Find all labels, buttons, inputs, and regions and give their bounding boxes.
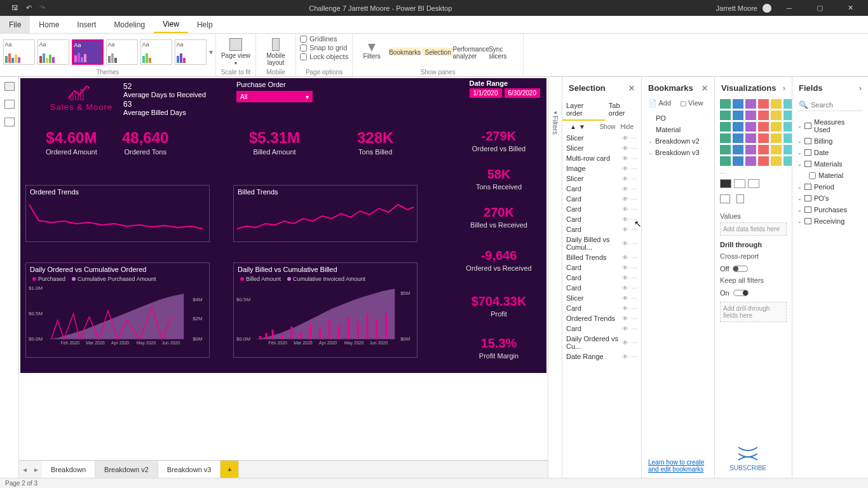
viz-type-icon[interactable]	[745, 133, 756, 143]
snap-checkbox[interactable]: Snap to grid	[300, 44, 347, 51]
selection-item[interactable]: Card👁⋯	[562, 184, 641, 194]
field-table[interactable]: ⌄Purchases	[792, 204, 868, 215]
tab-insert[interactable]: Insert	[68, 16, 105, 33]
themes-dropdown[interactable]: ▾	[209, 48, 213, 57]
chevron-right-icon[interactable]: ›	[783, 84, 785, 93]
fields-tab-icon[interactable]	[720, 179, 731, 188]
viz-type-icon[interactable]	[758, 145, 769, 154]
selection-pane-button[interactable]: Selection	[423, 48, 453, 56]
selection-item[interactable]: Card👁⋯	[562, 224, 641, 234]
viz-type-icon[interactable]	[771, 156, 782, 166]
page-tab-2[interactable]: Breakdown v3	[158, 461, 221, 478]
selection-item[interactable]: Slicer👁⋯	[562, 143, 641, 153]
chevron-right-icon[interactable]: ›	[859, 84, 862, 93]
page-view-button[interactable]: Page view▾	[220, 38, 252, 66]
selection-item[interactable]: Slicer👁⋯	[562, 293, 641, 303]
report-canvas[interactable]: Sales & Moore 52 Average Days to Receive…	[20, 78, 546, 373]
field-table[interactable]: ⌄Materials	[792, 158, 868, 170]
viz-type-icon[interactable]	[758, 122, 769, 132]
model-view-icon[interactable]	[4, 118, 15, 126]
viz-type-icon[interactable]	[745, 122, 756, 132]
themes-gallery[interactable]: Aa Aa Aa Aa Aa Aa ▾	[3, 35, 213, 69]
field-column[interactable]: Material	[792, 170, 868, 181]
format-tab-icon[interactable]	[734, 179, 745, 188]
selection-item[interactable]: Slicer👁⋯	[562, 173, 641, 184]
save-icon[interactable]: 🖫	[11, 4, 18, 12]
next-page[interactable]: ▸	[31, 465, 42, 474]
lock-checkbox[interactable]: Lock objects	[300, 53, 348, 60]
billed-trends-chart[interactable]: Billed Trends	[233, 185, 417, 242]
move-down-icon[interactable]: ▼	[579, 123, 585, 130]
field-table[interactable]: ⌄Billing	[792, 135, 868, 147]
report-view-icon[interactable]	[4, 82, 15, 91]
field-table[interactable]: ⌄Period	[792, 181, 868, 193]
data-view-icon[interactable]	[4, 100, 15, 109]
view-bookmark-button[interactable]: ▢ View	[680, 99, 703, 107]
format-icon[interactable]	[736, 194, 744, 203]
viz-type-icon[interactable]	[758, 156, 769, 166]
date-range-slicer[interactable]: Date Range 1/1/2020 6/30/2020	[470, 79, 540, 98]
keep-filters-toggle[interactable]	[733, 290, 749, 296]
viz-type-icon[interactable]	[771, 99, 782, 109]
close-button[interactable]: ✕	[837, 4, 863, 12]
viz-type-icon[interactable]	[733, 145, 743, 154]
page-tab-0[interactable]: Breakdown	[42, 461, 95, 478]
viz-type-icon[interactable]	[720, 111, 731, 120]
perf-analyzer-button[interactable]: Performance analyzer	[456, 44, 486, 60]
viz-type-icon[interactable]	[758, 133, 769, 143]
move-up-icon[interactable]: ▲	[570, 123, 576, 130]
maximize-button[interactable]: ▢	[807, 4, 832, 12]
viz-type-icon[interactable]	[720, 99, 731, 109]
viz-type-icon[interactable]	[745, 156, 756, 166]
selection-item[interactable]: Card👁⋯	[562, 262, 641, 273]
viz-type-icon[interactable]	[745, 99, 756, 109]
undo-icon[interactable]: ↶	[26, 4, 32, 12]
viz-type-icon[interactable]	[745, 111, 756, 120]
field-table[interactable]: ⌄Date	[792, 147, 868, 158]
add-page-button[interactable]: +	[220, 461, 239, 478]
viz-type-icon[interactable]	[720, 133, 731, 143]
selection-item[interactable]: Card👁⋯	[562, 303, 641, 313]
page-tab-1[interactable]: Breakdown v2	[95, 461, 158, 478]
fields-icon[interactable]	[720, 194, 730, 203]
file-tab[interactable]: File	[0, 16, 30, 33]
tab-modeling[interactable]: Modeling	[105, 16, 154, 33]
tab-order-tab[interactable]: Tab order	[605, 99, 641, 121]
selection-item[interactable]: Card👁⋯	[562, 273, 641, 283]
tab-view[interactable]: View	[154, 16, 188, 33]
bookmark-item[interactable]: ⌄Breakdown v2	[642, 135, 714, 147]
daily-ordered-chart[interactable]: Daily Ordered vs Cumulative Ordered Purc…	[25, 262, 210, 358]
mobile-layout-button[interactable]: Mobile layout	[260, 38, 292, 66]
add-bookmark-button[interactable]: 📄 Add	[648, 99, 671, 107]
selection-item[interactable]: Billed Trends👁⋯	[562, 252, 641, 262]
tab-help[interactable]: Help	[188, 16, 222, 33]
avatar[interactable]	[763, 4, 771, 13]
viz-type-icon[interactable]	[758, 99, 769, 109]
selection-item[interactable]: Date Range👁⋯	[562, 351, 641, 362]
selection-item[interactable]: Daily Ordered vs Cu...👁⋯	[562, 334, 641, 351]
purchase-order-slicer[interactable]: Purchase Order All▾	[236, 81, 313, 102]
redo-icon[interactable]: ↷	[39, 4, 45, 12]
viz-type-icon[interactable]	[758, 111, 769, 120]
bookmark-item[interactable]: Material	[642, 124, 714, 135]
viz-type-icon[interactable]	[771, 133, 782, 143]
bookmark-item[interactable]: ⌄Breakdown v3	[642, 147, 714, 158]
selection-item[interactable]: Card👁⋯	[562, 204, 641, 214]
selection-item[interactable]: Multi-row card👁⋯	[562, 153, 641, 163]
viz-type-icon[interactable]	[720, 122, 731, 132]
ordered-trends-chart[interactable]: Ordered Trends	[25, 185, 210, 242]
fields-search[interactable]: 🔍	[797, 99, 863, 111]
sync-slicers-button[interactable]: Sync slicers	[489, 44, 519, 60]
layer-order-tab[interactable]: Layer order	[562, 99, 605, 121]
gridlines-checkbox[interactable]: Gridlines	[300, 35, 337, 43]
selection-item[interactable]: Card👁⋯	[562, 214, 641, 224]
viz-type-icon[interactable]	[771, 122, 782, 132]
viz-type-icon[interactable]	[733, 111, 743, 120]
viz-type-icon[interactable]	[733, 122, 743, 132]
bookmarks-pane-button[interactable]: Bookmarks	[390, 48, 420, 56]
viz-type-icon[interactable]	[733, 133, 743, 143]
selection-item[interactable]: Card👁⋯	[562, 323, 641, 334]
viz-type-icon[interactable]	[771, 145, 782, 154]
selection-item[interactable]: Card👁⋯	[562, 194, 641, 204]
viz-gallery[interactable]	[715, 99, 792, 170]
